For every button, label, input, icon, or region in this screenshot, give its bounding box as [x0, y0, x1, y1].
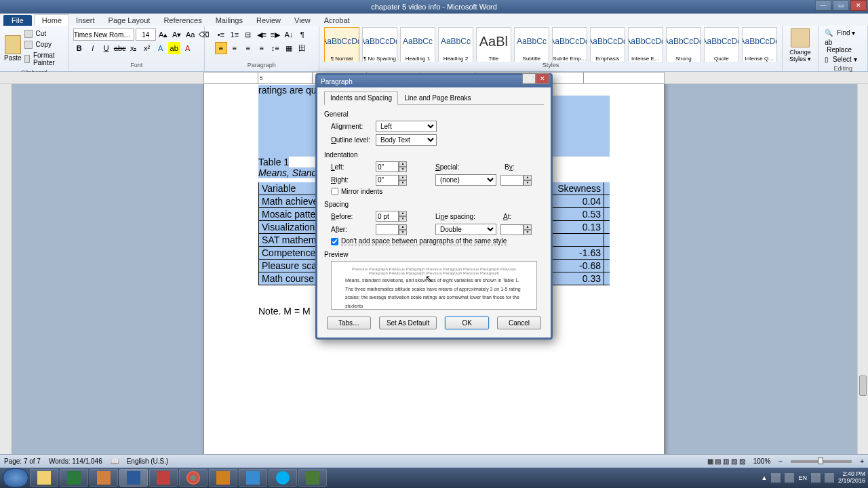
spin-down[interactable]: ▼	[399, 167, 407, 172]
spin-up[interactable]: ▲	[399, 224, 407, 230]
justify-button[interactable]: ≡	[256, 42, 268, 54]
spin-up[interactable]: ▲	[399, 211, 407, 216]
shading-button[interactable]: ▦	[283, 42, 295, 54]
find-button[interactable]: 🔍 Find ▾	[823, 28, 863, 37]
ok-button[interactable]: OK	[445, 317, 489, 329]
indent-dec-button[interactable]: ◀≡	[256, 28, 268, 41]
underline-button[interactable]: U	[100, 42, 113, 54]
spin-up[interactable]: ▲	[524, 175, 532, 180]
dialog-help-button[interactable]: ?	[522, 73, 536, 84]
align-center-button[interactable]: ≡	[229, 42, 241, 54]
before-input[interactable]	[376, 211, 399, 222]
borders-button[interactable]: 田	[296, 42, 309, 54]
task-explorer[interactable]	[30, 469, 58, 487]
spin-down[interactable]: ▼	[399, 230, 407, 235]
tab-insert[interactable]: Insert	[69, 15, 102, 26]
cancel-button[interactable]: Cancel	[497, 317, 541, 329]
zoom-slider[interactable]	[791, 460, 852, 463]
spin-down[interactable]: ▼	[399, 216, 407, 222]
mirror-indents-checkbox[interactable]	[331, 188, 338, 195]
task-outlook[interactable]	[209, 469, 237, 487]
copy-button[interactable]: Copy	[23, 39, 64, 49]
start-button[interactable]	[3, 468, 28, 487]
grow-font-button[interactable]: A▴	[157, 28, 170, 41]
indent-inc-button[interactable]: ≡▶	[269, 28, 281, 41]
line-spacing-button[interactable]: ↕≡	[269, 42, 281, 54]
tab-acrobat[interactable]: Acrobat	[317, 15, 357, 26]
subscript-button[interactable]: x₂	[127, 42, 140, 54]
vertical-scrollbar[interactable]	[857, 84, 868, 454]
change-styles-button[interactable]: Change Styles ▾	[787, 49, 814, 62]
style-heading-1[interactable]: AaBbCcHeading 1	[400, 27, 435, 62]
alignment-select[interactable]: Left	[376, 121, 437, 132]
select-button[interactable]: ▯ Select ▾	[823, 55, 863, 64]
style-strong[interactable]: AaBbCcDdStrong	[666, 27, 701, 62]
align-left-button[interactable]: ≡	[215, 42, 227, 54]
tabs-button[interactable]: Tabs…	[327, 317, 371, 329]
style-heading-2[interactable]: AaBbCcHeading 2	[438, 27, 473, 62]
by-input[interactable]	[500, 175, 524, 186]
font-color-button[interactable]: A	[182, 42, 194, 54]
special-select[interactable]: (none)	[435, 174, 496, 186]
bullets-button[interactable]: •≡	[215, 28, 227, 41]
spin-up[interactable]: ▲	[399, 161, 407, 167]
tab-mailings[interactable]: Mailings	[209, 15, 250, 26]
strike-button[interactable]: abc	[114, 42, 126, 54]
change-case-button[interactable]: Aa	[184, 28, 197, 41]
tab-review[interactable]: Review	[250, 15, 288, 26]
task-ie[interactable]	[239, 469, 267, 487]
spin-up[interactable]: ▲	[399, 175, 407, 180]
style-subtitle[interactable]: AaBbCcSubtitle	[514, 27, 549, 62]
tab-view[interactable]: View	[288, 15, 317, 26]
style-emphasis[interactable]: AaBbCcDdEmphasis	[590, 27, 625, 62]
zoom-in-button[interactable]: +	[860, 458, 864, 465]
tab-references[interactable]: References	[157, 15, 208, 26]
task-excel[interactable]	[60, 469, 88, 487]
style-quote[interactable]: AaBbCcDcQuote	[704, 27, 739, 62]
dialog-titlebar[interactable]: Paragraph ? ✕	[317, 75, 551, 87]
file-tab[interactable]: File	[3, 15, 32, 26]
set-default-button[interactable]: Set As Default	[379, 317, 437, 329]
left-indent-input[interactable]	[376, 161, 399, 172]
highlight-button[interactable]: ab	[168, 42, 180, 54]
style-title[interactable]: AaBlTitle	[476, 27, 511, 62]
tray-icon[interactable]	[785, 473, 794, 483]
style--no-spacing[interactable]: AaBbCcDd¶ No Spacing	[362, 27, 397, 62]
tray-expand-icon[interactable]: ▲	[762, 474, 768, 481]
spin-down[interactable]: ▼	[524, 230, 532, 235]
shrink-font-button[interactable]: A▾	[171, 28, 183, 41]
dont-add-space-checkbox[interactable]	[331, 238, 338, 245]
style-intense-q-[interactable]: AaBbCcDcIntense Q…	[742, 27, 777, 62]
format-painter-button[interactable]: Format Painter	[23, 50, 64, 68]
spin-up[interactable]: ▲	[524, 224, 532, 230]
minimize-button[interactable]: —	[815, 0, 831, 11]
italic-button[interactable]: I	[87, 42, 99, 54]
volume-icon[interactable]	[825, 473, 834, 483]
sort-button[interactable]: A↓	[283, 28, 295, 41]
show-marks-button[interactable]: ¶	[296, 28, 309, 41]
outline-select[interactable]: Body Text	[376, 134, 437, 146]
task-chrome[interactable]	[179, 469, 208, 487]
language-status[interactable]: English (U.S.)	[127, 458, 169, 465]
font-family-select[interactable]	[73, 28, 134, 41]
after-input[interactable]	[376, 224, 399, 235]
superscript-button[interactable]: x²	[141, 42, 153, 54]
paste-button[interactable]: Paste	[4, 32, 22, 64]
replace-button[interactable]: ab Replace	[823, 38, 863, 54]
tray-lang[interactable]: EN	[798, 474, 807, 481]
tab-line-breaks[interactable]: Line and Page Breaks	[398, 92, 477, 104]
at-input[interactable]	[500, 224, 524, 235]
spin-down[interactable]: ▼	[399, 180, 407, 186]
dialog-close-button[interactable]: ✕	[536, 73, 549, 84]
vertical-ruler[interactable]	[0, 84, 12, 454]
text-effects-button[interactable]: A	[155, 42, 167, 54]
tab-page-layout[interactable]: Page Layout	[102, 15, 157, 26]
view-buttons[interactable]: ▦ ▤ ▥ ▧ ▨	[707, 458, 745, 465]
align-right-button[interactable]: ≡	[242, 42, 254, 54]
font-size-select[interactable]	[136, 28, 156, 41]
tray-icon[interactable]	[771, 473, 781, 483]
spell-check-icon[interactable]: 📖	[111, 458, 119, 465]
multilevel-button[interactable]: ⊟	[242, 28, 254, 41]
bold-button[interactable]: B	[73, 42, 85, 54]
line-spacing-select[interactable]: Double	[435, 224, 496, 235]
